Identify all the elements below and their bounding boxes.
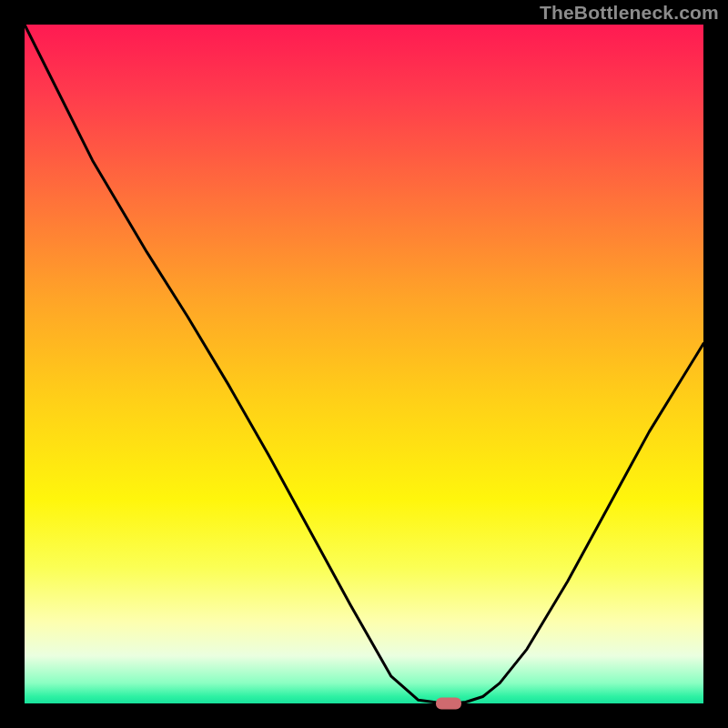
chart-frame: TheBottleneck.com <box>0 0 728 728</box>
curve-path <box>25 25 703 703</box>
watermark-text: TheBottleneck.com <box>540 2 719 24</box>
bottleneck-curve <box>25 25 703 703</box>
optimum-marker <box>436 698 461 710</box>
